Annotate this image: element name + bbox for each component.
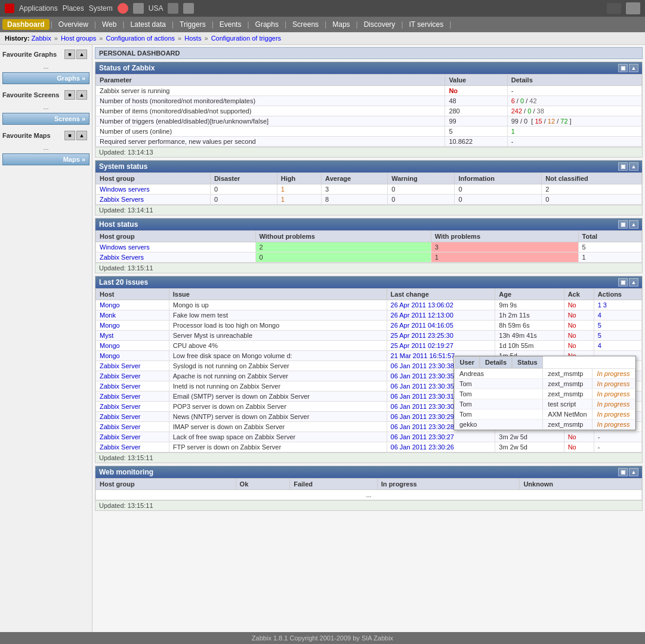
breadcrumb-config-triggers[interactable]: Configuration of triggers	[211, 35, 281, 42]
maps-edit-icon[interactable]: ■	[64, 131, 75, 140]
table-row: Windows servers 2 3 5	[96, 242, 642, 252]
host-cell: Zabbix Server	[96, 432, 169, 442]
average-cell: 3	[322, 184, 388, 195]
col-in-progress: In progress	[377, 479, 520, 490]
issue-cell: Apache is not running on Zabbix Server	[169, 371, 387, 381]
web-monitoring-updated: Updated: 13:15:11	[95, 500, 642, 510]
age-cell: 3m 2w 5d	[495, 442, 564, 452]
nav-dashboard[interactable]: Dashboard	[2, 19, 50, 30]
system-status-config-icon[interactable]: ▣	[618, 162, 628, 171]
web-monitoring-config-icon[interactable]: ▣	[618, 468, 628, 476]
host-status-collapse-icon[interactable]: ▲	[629, 220, 638, 229]
footer: Zabbix 1.8.1 Copyright 2001-2009 by SIA …	[0, 632, 645, 640]
zabbix-servers-host-link[interactable]: Zabbix Servers	[100, 254, 144, 261]
table-row: Zabbix server is running No -	[96, 86, 642, 96]
host-group-cell: Zabbix Servers	[96, 195, 211, 205]
system-status-table: Host group Disaster High Average Warning…	[95, 172, 642, 205]
table-row: Number of users (online) 5 1	[96, 127, 642, 137]
age-cell: 9m 9s	[495, 300, 564, 310]
issue-cell: Lack of free swap space on Zabbix Server	[169, 432, 387, 442]
host-group-cell: Zabbix Servers	[96, 252, 256, 263]
issue-cell: Server Myst is unreachable	[169, 331, 387, 341]
last-change-cell: 26 Apr 2011 04:16:05	[387, 321, 495, 331]
nav-overview[interactable]: Overview	[54, 19, 93, 30]
menu-places[interactable]: Places	[63, 4, 84, 13]
issue-cell: Syslogd is not running on Zabbix Server	[169, 361, 387, 371]
system-status-collapse-icon[interactable]: ▲	[629, 162, 638, 171]
warning-cell: 0	[388, 195, 455, 205]
breadcrumb-config-actions[interactable]: Configuration of actions	[106, 35, 175, 42]
nav-events[interactable]: Events	[215, 19, 246, 30]
popup-status: In progress	[592, 420, 635, 430]
last-change-cell: 25 Apr 2011 02:19:27	[387, 341, 495, 351]
nav-it-services[interactable]: IT services	[405, 19, 449, 30]
host-status-config-icon[interactable]: ▣	[618, 220, 628, 229]
breadcrumb-zabbix[interactable]: Zabbix	[32, 35, 51, 42]
issues-config-icon[interactable]: ▣	[618, 278, 628, 286]
web-monitoring-collapse-icon[interactable]: ▲	[629, 468, 638, 476]
param-cell: Number of triggers (enabled/disabled)[tr…	[96, 116, 445, 127]
issue-cell: Low free disk space on Mongo volume d:	[169, 351, 387, 361]
maps-collapse-icon[interactable]: ▲	[76, 131, 87, 140]
issues-collapse-icon[interactable]: ▲	[629, 278, 638, 286]
nav-discovery[interactable]: Discovery	[359, 19, 400, 30]
graphs-button[interactable]: Graphs »	[2, 72, 90, 84]
popup-status: In progress	[592, 409, 635, 420]
col-information: Information	[455, 173, 542, 184]
issue-cell: Email (SMTP) server is down on Zabbix Se…	[169, 392, 387, 402]
nav-graphs[interactable]: Graphs	[251, 19, 283, 30]
col-failed: Failed	[290, 479, 378, 490]
popup-row: Tom zext_msmtp In progress	[455, 379, 635, 389]
zabbix-servers-link[interactable]: Zabbix Servers	[100, 196, 144, 203]
col-ack: Ack	[564, 289, 594, 300]
total-cell: 1	[578, 252, 641, 263]
menu-applications[interactable]: Applications	[19, 4, 58, 13]
host-cell: Monk	[96, 310, 169, 321]
status-widget-collapse-icon[interactable]: ▲	[629, 64, 638, 72]
screens-button[interactable]: Screens »	[2, 113, 90, 125]
popup-status: In progress	[592, 369, 635, 379]
status-widget-config-icon[interactable]: ▣	[618, 64, 628, 72]
nav-latest-data[interactable]: Latest data	[126, 19, 171, 30]
popup-col-user: User	[455, 356, 480, 368]
graphs-edit-icon[interactable]: ■	[64, 50, 75, 59]
windows-servers-host-link[interactable]: Windows servers	[100, 244, 150, 251]
maps-button[interactable]: Maps »	[2, 153, 90, 165]
col-total: Total	[578, 231, 641, 242]
popup-table: User Details Status Andreas zext_msmtp I…	[454, 356, 635, 430]
nav-web[interactable]: Web	[97, 19, 121, 30]
actions-cell: 1 3	[594, 300, 641, 310]
menu-system[interactable]: System	[89, 4, 113, 13]
host-cell: Zabbix Server	[96, 422, 169, 432]
high-cell: 1	[277, 184, 321, 195]
favourite-screens-label: Favourite Screens	[2, 91, 59, 98]
sidebar-fav-screens-section: Favourite Screens ■ ▲	[0, 88, 92, 102]
not-classified-cell: 2	[542, 184, 642, 195]
last-change-cell: 06 Jan 2011 23:30:26	[387, 442, 495, 452]
host-cell: Zabbix Server	[96, 442, 169, 452]
screens-edit-icon[interactable]: ■	[64, 90, 75, 100]
popup-details: zext_msmtp	[543, 389, 592, 399]
host-status-updated: Updated: 13:15:11	[95, 263, 642, 273]
nav-maps[interactable]: Maps	[328, 19, 354, 30]
screens-collapse-icon[interactable]: ▲	[76, 90, 87, 100]
breadcrumb-hosts[interactable]: Hosts	[184, 35, 201, 42]
last-change-cell: 06 Jan 2011 23:30:27	[387, 432, 495, 442]
nav-screens[interactable]: Screens	[288, 19, 323, 30]
host-cell: Mongo	[96, 300, 169, 310]
value-cell: 5	[445, 127, 507, 137]
graphs-collapse-icon[interactable]: ▲	[76, 50, 87, 59]
host-cell: Zabbix Server	[96, 371, 169, 381]
issues-updated: Updated: 13:15:11	[95, 452, 642, 463]
breadcrumb-host-groups[interactable]: Host groups	[61, 35, 96, 42]
col-parameter: Parameter	[96, 75, 445, 86]
popup-status: In progress	[592, 399, 635, 409]
popup-details: zext_msmtp	[543, 379, 592, 389]
nav-triggers[interactable]: Triggers	[175, 19, 211, 30]
col-last-change: Last change	[387, 289, 495, 300]
table-row: Mongo Processor load is too high on Mong…	[96, 321, 642, 331]
with-problems-cell: 1	[431, 252, 578, 263]
windows-servers-link[interactable]: Windows servers	[100, 186, 150, 193]
host-cell: Mongo	[96, 351, 169, 361]
popup-details: zext_msmtp	[543, 420, 592, 430]
